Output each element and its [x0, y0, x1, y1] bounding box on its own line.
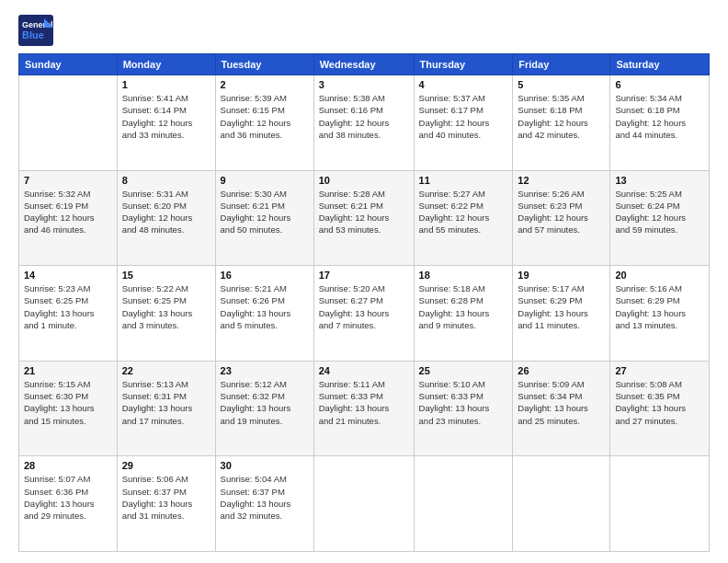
day-number: 23 [221, 365, 309, 376]
week-row-2: 7Sunrise: 5:32 AM Sunset: 6:19 PM Daylig… [19, 170, 710, 266]
day-number: 14 [24, 270, 112, 281]
calendar-cell: 23Sunrise: 5:12 AM Sunset: 6:32 PM Dayli… [215, 361, 313, 456]
week-row-5: 28Sunrise: 5:07 AM Sunset: 6:36 PM Dayli… [19, 456, 710, 552]
calendar-cell: 30Sunrise: 5:04 AM Sunset: 6:37 PM Dayli… [215, 456, 313, 552]
day-info: Sunrise: 5:32 AM Sunset: 6:19 PM Dayligh… [24, 188, 112, 236]
day-info: Sunrise: 5:20 AM Sunset: 6:27 PM Dayligh… [319, 282, 409, 331]
week-row-3: 14Sunrise: 5:23 AM Sunset: 6:25 PM Dayli… [19, 266, 710, 362]
day-number: 24 [319, 365, 409, 376]
calendar-cell: 1Sunrise: 5:41 AM Sunset: 6:14 PM Daylig… [117, 75, 215, 171]
day-info: Sunrise: 5:16 AM Sunset: 6:29 PM Dayligh… [615, 282, 704, 331]
calendar-cell: 20Sunrise: 5:16 AM Sunset: 6:29 PM Dayli… [610, 266, 710, 362]
calendar-cell: 11Sunrise: 5:27 AM Sunset: 6:22 PM Dayli… [414, 170, 513, 266]
day-number: 26 [518, 365, 605, 376]
calendar-cell: 12Sunrise: 5:26 AM Sunset: 6:23 PM Dayli… [513, 170, 610, 266]
day-info: Sunrise: 5:06 AM Sunset: 6:37 PM Dayligh… [122, 473, 210, 522]
day-number: 13 [615, 175, 704, 186]
header: General Blue [18, 15, 710, 46]
day-number: 9 [221, 175, 309, 186]
day-number: 2 [221, 79, 309, 90]
day-info: Sunrise: 5:22 AM Sunset: 6:25 PM Dayligh… [122, 282, 210, 331]
day-info: Sunrise: 5:15 AM Sunset: 6:30 PM Dayligh… [24, 378, 112, 427]
day-info: Sunrise: 5:10 AM Sunset: 6:33 PM Dayligh… [419, 378, 508, 427]
weekday-header-saturday: Saturday [610, 54, 710, 75]
day-number: 11 [419, 175, 508, 186]
calendar-cell: 27Sunrise: 5:08 AM Sunset: 6:35 PM Dayli… [610, 361, 710, 456]
calendar-cell: 22Sunrise: 5:13 AM Sunset: 6:31 PM Dayli… [117, 361, 215, 456]
day-number: 4 [419, 79, 508, 90]
calendar-cell: 5Sunrise: 5:35 AM Sunset: 6:18 PM Daylig… [513, 75, 610, 171]
day-info: Sunrise: 5:34 AM Sunset: 6:18 PM Dayligh… [615, 92, 704, 141]
weekday-header-thursday: Thursday [414, 54, 513, 75]
day-number: 29 [122, 460, 210, 471]
day-number: 5 [518, 79, 605, 90]
day-number: 20 [615, 270, 704, 281]
calendar-cell: 28Sunrise: 5:07 AM Sunset: 6:36 PM Dayli… [19, 456, 118, 552]
calendar-cell: 7Sunrise: 5:32 AM Sunset: 6:19 PM Daylig… [19, 170, 118, 266]
svg-text:Blue: Blue [22, 29, 44, 40]
calendar-cell: 6Sunrise: 5:34 AM Sunset: 6:18 PM Daylig… [610, 75, 710, 171]
calendar-cell [313, 456, 414, 552]
day-info: Sunrise: 5:25 AM Sunset: 6:24 PM Dayligh… [615, 188, 704, 236]
day-number: 1 [122, 79, 210, 90]
day-info: Sunrise: 5:04 AM Sunset: 6:37 PM Dayligh… [221, 473, 309, 522]
day-number: 12 [518, 175, 605, 186]
calendar-cell: 14Sunrise: 5:23 AM Sunset: 6:25 PM Dayli… [19, 266, 118, 362]
day-info: Sunrise: 5:11 AM Sunset: 6:33 PM Dayligh… [319, 378, 409, 427]
calendar-cell: 18Sunrise: 5:18 AM Sunset: 6:28 PM Dayli… [414, 266, 513, 362]
day-number: 16 [221, 270, 309, 281]
calendar-cell: 3Sunrise: 5:38 AM Sunset: 6:16 PM Daylig… [313, 75, 414, 171]
day-number: 7 [24, 175, 112, 186]
weekday-header-friday: Friday [513, 54, 610, 75]
day-info: Sunrise: 5:41 AM Sunset: 6:14 PM Dayligh… [122, 92, 210, 141]
page: General Blue SundayMondayTuesdayWednesda… [0, 0, 728, 563]
calendar-cell: 17Sunrise: 5:20 AM Sunset: 6:27 PM Dayli… [313, 266, 414, 362]
day-info: Sunrise: 5:13 AM Sunset: 6:31 PM Dayligh… [122, 378, 210, 427]
calendar-cell: 19Sunrise: 5:17 AM Sunset: 6:29 PM Dayli… [513, 266, 610, 362]
calendar-cell: 29Sunrise: 5:06 AM Sunset: 6:37 PM Dayli… [117, 456, 215, 552]
calendar-cell [19, 75, 118, 171]
day-info: Sunrise: 5:38 AM Sunset: 6:16 PM Dayligh… [319, 92, 409, 141]
day-info: Sunrise: 5:31 AM Sunset: 6:20 PM Dayligh… [122, 188, 210, 236]
day-info: Sunrise: 5:09 AM Sunset: 6:34 PM Dayligh… [518, 378, 605, 427]
day-number: 8 [122, 175, 210, 186]
day-info: Sunrise: 5:27 AM Sunset: 6:22 PM Dayligh… [419, 188, 508, 236]
day-number: 18 [419, 270, 508, 281]
calendar-cell: 8Sunrise: 5:31 AM Sunset: 6:20 PM Daylig… [117, 170, 215, 266]
day-number: 6 [615, 79, 704, 90]
weekday-header-wednesday: Wednesday [313, 54, 414, 75]
day-number: 15 [122, 270, 210, 281]
weekday-header-sunday: Sunday [19, 54, 118, 75]
day-number: 28 [24, 460, 112, 471]
week-row-4: 21Sunrise: 5:15 AM Sunset: 6:30 PM Dayli… [19, 361, 710, 456]
day-number: 17 [319, 270, 409, 281]
calendar-cell: 9Sunrise: 5:30 AM Sunset: 6:21 PM Daylig… [215, 170, 313, 266]
calendar-cell [610, 456, 710, 552]
day-info: Sunrise: 5:07 AM Sunset: 6:36 PM Dayligh… [24, 473, 112, 522]
day-number: 19 [518, 270, 605, 281]
calendar-cell: 16Sunrise: 5:21 AM Sunset: 6:26 PM Dayli… [215, 266, 313, 362]
weekday-header-monday: Monday [117, 54, 215, 75]
calendar-cell: 21Sunrise: 5:15 AM Sunset: 6:30 PM Dayli… [19, 361, 118, 456]
day-number: 25 [419, 365, 508, 376]
calendar-cell [414, 456, 513, 552]
logo: General Blue [18, 15, 53, 46]
day-info: Sunrise: 5:17 AM Sunset: 6:29 PM Dayligh… [518, 282, 605, 331]
calendar-cell: 25Sunrise: 5:10 AM Sunset: 6:33 PM Dayli… [414, 361, 513, 456]
day-number: 10 [319, 175, 409, 186]
day-info: Sunrise: 5:30 AM Sunset: 6:21 PM Dayligh… [221, 188, 309, 236]
day-number: 27 [615, 365, 704, 376]
logo-icon: General Blue [18, 15, 53, 46]
weekday-header-tuesday: Tuesday [215, 54, 313, 75]
day-info: Sunrise: 5:23 AM Sunset: 6:25 PM Dayligh… [24, 282, 112, 331]
day-info: Sunrise: 5:37 AM Sunset: 6:17 PM Dayligh… [419, 92, 508, 141]
day-info: Sunrise: 5:26 AM Sunset: 6:23 PM Dayligh… [518, 188, 605, 236]
day-info: Sunrise: 5:35 AM Sunset: 6:18 PM Dayligh… [518, 92, 605, 141]
calendar-cell: 10Sunrise: 5:28 AM Sunset: 6:21 PM Dayli… [313, 170, 414, 266]
calendar-cell: 2Sunrise: 5:39 AM Sunset: 6:15 PM Daylig… [215, 75, 313, 171]
day-number: 30 [221, 460, 309, 471]
day-info: Sunrise: 5:39 AM Sunset: 6:15 PM Dayligh… [221, 92, 309, 141]
day-info: Sunrise: 5:12 AM Sunset: 6:32 PM Dayligh… [221, 378, 309, 427]
day-info: Sunrise: 5:28 AM Sunset: 6:21 PM Dayligh… [319, 188, 409, 236]
calendar-cell: 13Sunrise: 5:25 AM Sunset: 6:24 PM Dayli… [610, 170, 710, 266]
